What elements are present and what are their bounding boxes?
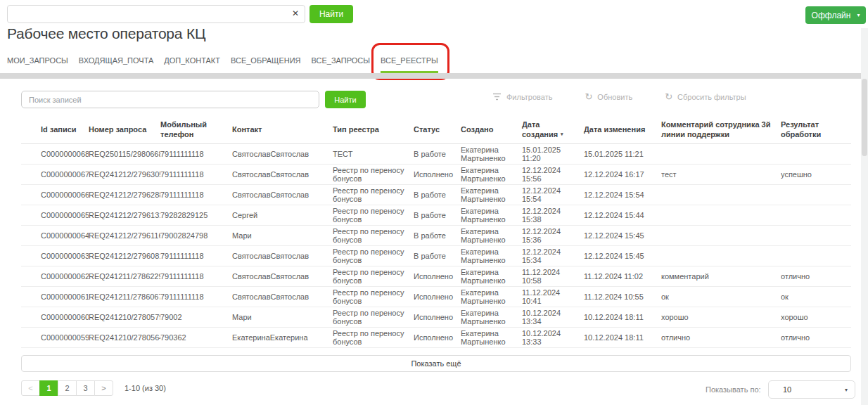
column-header-9[interactable]: Комментарий сотрудника 3й линии поддержк… <box>661 115 781 144</box>
table-cell: 12.12.2024 15:44 <box>584 205 661 226</box>
table-cell: СвятославСвятослав <box>232 185 333 205</box>
operator-workspace: ✕ Найти Оффлайн ▾ Рабочее место оператор… <box>0 0 868 405</box>
table-row[interactable]: C0000000068REQ250115/298066879111111118С… <box>21 144 851 165</box>
table-cell: Екатерина Мартыненко <box>461 287 522 307</box>
table-cell: Сергей <box>232 205 333 226</box>
table-cell: В работе <box>414 185 461 205</box>
page-button-3[interactable]: 3 <box>76 380 95 396</box>
vertical-scrollbar <box>861 28 868 405</box>
records-find-button[interactable]: Найти <box>325 91 366 108</box>
table-cell: Реестр по переносу бонусов <box>333 307 414 328</box>
scrollbar-thumb[interactable] <box>862 79 867 156</box>
column-header-5[interactable]: Статус <box>414 115 461 144</box>
records-search-input[interactable] <box>21 91 319 108</box>
tab-2[interactable]: ДОП_КОНТАКТ <box>164 56 220 73</box>
table-cell: Екатерина Мартыненко <box>461 226 522 246</box>
table-cell <box>661 246 781 266</box>
table-cell: 12.12.2024 15:36 <box>522 226 584 246</box>
table-row[interactable]: C0000000059REQ241210/2780564790362Екатер… <box>21 328 851 348</box>
column-header-8[interactable]: Дата изменения <box>584 115 661 144</box>
table-row[interactable]: C0000000067REQ241212/279630579111111118С… <box>21 165 851 185</box>
refresh-button[interactable]: ↻ Обновить <box>585 92 632 101</box>
page-button-1[interactable]: 1 <box>39 380 58 396</box>
table-cell: Реестр по переносу бонусов <box>333 165 414 185</box>
column-header-2[interactable]: Мобильный телефон <box>160 115 232 144</box>
global-find-button[interactable]: Найти <box>309 5 353 23</box>
table-cell: 79111111118 <box>160 246 232 266</box>
tab-3[interactable]: ВСЕ_ОБРАЩЕНИЯ <box>231 56 301 73</box>
clear-icon[interactable]: ✕ <box>288 6 303 21</box>
table-row[interactable]: C0000000065REQ241212/279613179282829125С… <box>21 205 851 226</box>
column-header-10[interactable]: Результат обработки <box>781 115 851 144</box>
sort-desc-icon: ▾ <box>561 131 563 136</box>
offline-status-button[interactable]: Оффлайн ▾ <box>805 6 866 24</box>
table-cell: 10.12.2024 18:11 <box>584 307 661 328</box>
table-cell: C0000000060 <box>21 307 89 328</box>
column-header-4[interactable]: Тип реестра <box>333 115 414 144</box>
per-page-label: Показывать по: <box>706 385 761 394</box>
chevron-down-icon: ▾ <box>857 13 860 18</box>
column-header-1[interactable]: Номер запроса <box>89 115 160 144</box>
per-page-select[interactable]: 10 ▾ <box>768 380 855 399</box>
table-cell: В работе <box>414 246 461 266</box>
table-header-row: Id записиНомер запросаМобильный телефонК… <box>21 115 851 144</box>
page-button-2[interactable]: 2 <box>58 380 77 396</box>
table-cell: Екатерина Мартыненко <box>461 165 522 185</box>
table-cell: 10.12.2024 18:11 <box>584 328 661 348</box>
table-cell: 12.12.2024 15:54 <box>584 185 661 205</box>
table-cell: C0000000063 <box>21 246 89 266</box>
table-cell: В работе <box>414 205 461 226</box>
show-more-button[interactable]: Показать ещё <box>21 355 851 372</box>
table-row[interactable]: C0000000063REQ241212/279608179111111118С… <box>21 246 851 266</box>
table-cell: 79111111118 <box>160 185 232 205</box>
table-cell: В работе <box>414 226 461 246</box>
column-header-0[interactable]: Id записи <box>21 115 89 144</box>
table-cell: ТЕСТ <box>333 144 414 165</box>
tab-4[interactable]: ВСЕ_ЗАПРОСЫ <box>312 56 370 73</box>
table-row[interactable]: C0000000066REQ241212/279628879111111118С… <box>21 185 851 205</box>
table-cell: СвятославСвятослав <box>232 287 333 307</box>
table-cell <box>661 144 781 165</box>
table-cell: 11.12.2024 11:02 <box>584 266 661 287</box>
table-row[interactable]: C0000000061REQ241211/278606779111111118С… <box>21 287 851 307</box>
reset-icon: ↻ <box>665 92 672 101</box>
table-row[interactable]: C0000000062REQ241211/278622979111111118С… <box>21 266 851 287</box>
table-cell: Мари <box>232 226 333 246</box>
table-row[interactable]: C0000000064REQ241212/279611679002824798М… <box>21 226 851 246</box>
table-cell: 12.12.2024 15:45 <box>584 246 661 266</box>
tab-0[interactable]: МОИ_ЗАПРОСЫ <box>7 56 68 73</box>
table-cell: хорошо <box>661 307 781 328</box>
table-cell: комментарий <box>661 266 781 287</box>
column-header-3[interactable]: Контакт <box>232 115 333 144</box>
table-cell: В работе <box>414 144 461 165</box>
pagination: < 123 > 1-10 (из 30) <box>21 380 166 396</box>
table-row[interactable]: C0000000060REQ241210/278057979002МариРее… <box>21 307 851 328</box>
table-cell: 15.01.2025 11:20 <box>522 144 584 165</box>
filter-button[interactable]: Фильтровать <box>492 93 552 101</box>
global-search-input[interactable] <box>7 5 305 23</box>
table-cell: C0000000061 <box>21 287 89 307</box>
reset-filters-button[interactable]: ↻ Сбросить фильтры <box>665 92 746 101</box>
table-cell: отлично <box>781 328 851 348</box>
column-header-7[interactable]: Дата создания▾ <box>522 115 584 144</box>
table-cell: СвятославСвятослав <box>232 165 333 185</box>
table-cell: REQ241212/2796116 <box>89 226 160 246</box>
table-cell: 79111111118 <box>160 144 232 165</box>
table-cell: 790362 <box>160 328 232 348</box>
table-cell <box>781 185 851 205</box>
table-cell: 79111111118 <box>160 287 232 307</box>
tab-1[interactable]: ВХОДЯЩАЯ_ПОЧТА <box>79 56 154 73</box>
table-cell: 11.12.2024 10:58 <box>522 266 584 287</box>
tab-5[interactable]: ВСЕ_РЕЕСТРЫ <box>381 56 438 73</box>
next-page-button[interactable]: > <box>94 380 113 396</box>
table-cell: 79282829125 <box>160 205 232 226</box>
column-header-6[interactable]: Создано <box>461 115 522 144</box>
page-title: Рабочее место оператора КЦ <box>7 25 205 42</box>
table-cell: Екатерина Мартыненко <box>461 205 522 226</box>
table-cell: ЕкатеринаЕкатерина <box>232 328 333 348</box>
table-cell: Реестр по переносу бонусов <box>333 185 414 205</box>
table-cell: 79111111118 <box>160 165 232 185</box>
table-cell: 12.12.2024 15:54 <box>522 185 584 205</box>
table-cell: успешно <box>781 165 851 185</box>
prev-page-button[interactable]: < <box>21 380 40 396</box>
